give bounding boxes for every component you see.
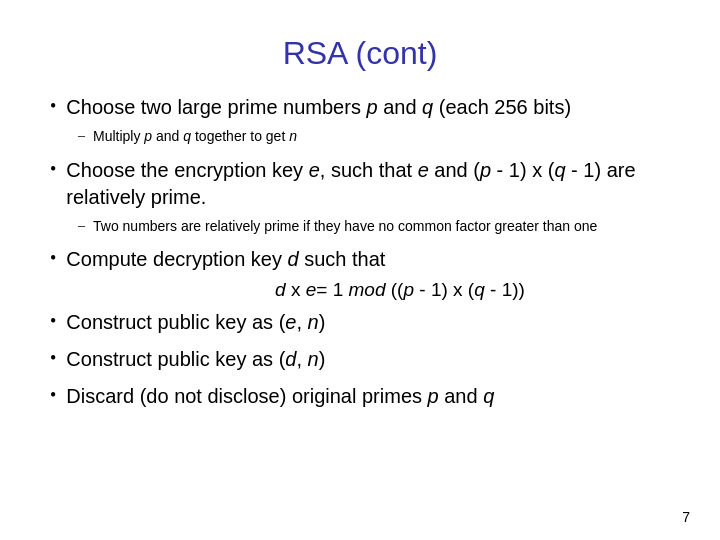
sub-item-2a: – Two numbers are relatively prime if th… bbox=[78, 217, 670, 237]
sub-dash-1a: – bbox=[78, 128, 85, 144]
bullet-item-4: • Construct public key as (e, n) bbox=[50, 309, 670, 336]
bullet-marker-4: • bbox=[50, 311, 56, 332]
bullet-text-3: Compute decryption key d such that bbox=[66, 246, 385, 273]
sub-dash-2a: – bbox=[78, 218, 85, 234]
bullet-item-2: • Choose the encryption key e, such that… bbox=[50, 157, 670, 243]
bullet-text-4: Construct public key as (e, n) bbox=[66, 309, 325, 336]
bullet-marker-6: • bbox=[50, 385, 56, 406]
slide-content: • Choose two large prime numbers p and q… bbox=[50, 94, 670, 510]
formula: d x e= 1 mod ((p - 1) x (q - 1)) bbox=[130, 279, 670, 301]
sub-list-1: – Multiply p and q together to get n bbox=[78, 127, 670, 147]
sub-text-1a: Multiply p and q together to get n bbox=[93, 127, 297, 147]
sub-item-1a: – Multiply p and q together to get n bbox=[78, 127, 670, 147]
sub-list-2: – Two numbers are relatively prime if th… bbox=[78, 217, 670, 237]
bullet-text-1: Choose two large prime numbers p and q (… bbox=[66, 94, 571, 121]
bullet-item-1: • Choose two large prime numbers p and q… bbox=[50, 94, 670, 153]
bullet-text-6: Discard (do not disclose) original prime… bbox=[66, 383, 494, 410]
bullet-item-6: • Discard (do not disclose) original pri… bbox=[50, 383, 670, 410]
bullet-marker-1: • bbox=[50, 96, 56, 117]
slide: RSA (cont) • Choose two large prime numb… bbox=[0, 0, 720, 540]
bullet-text-5: Construct public key as (d, n) bbox=[66, 346, 325, 373]
bullet-marker-2: • bbox=[50, 159, 56, 180]
page-number: 7 bbox=[682, 509, 690, 525]
slide-title: RSA (cont) bbox=[50, 35, 670, 72]
bullet-marker-3: • bbox=[50, 248, 56, 269]
bullet-marker-5: • bbox=[50, 348, 56, 369]
bullet-item-3: • Compute decryption key d such that d x… bbox=[50, 246, 670, 305]
sub-text-2a: Two numbers are relatively prime if they… bbox=[93, 217, 597, 237]
bullet-text-2: Choose the encryption key e, such that e… bbox=[66, 157, 670, 211]
bullet-item-5: • Construct public key as (d, n) bbox=[50, 346, 670, 373]
